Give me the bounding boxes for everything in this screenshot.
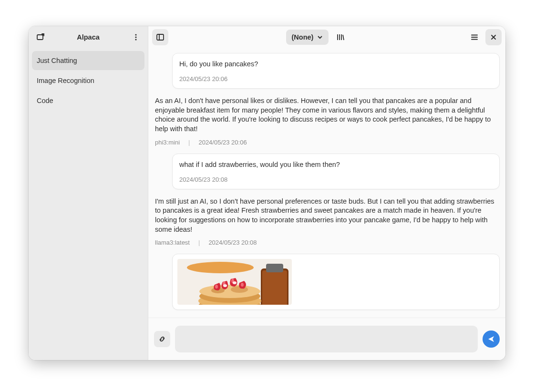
model-selector[interactable]: (None) <box>286 30 329 45</box>
svg-point-1 <box>135 34 136 35</box>
main-header: (None) <box>148 26 505 48</box>
svg-point-32 <box>241 283 244 287</box>
new-chat-icon <box>36 33 45 41</box>
svg-rect-0 <box>37 35 43 40</box>
user-message: Hi, do you like pancakes? 2024/05/23 20:… <box>172 53 500 89</box>
message-composer <box>148 318 505 360</box>
message-model: llama3:latest <box>155 239 190 246</box>
sidebar-item-label: Code <box>37 97 53 104</box>
user-message: what if I add strawberries, would you li… <box>172 154 500 189</box>
meta-separator: | <box>198 239 200 246</box>
send-icon <box>487 335 495 343</box>
svg-point-3 <box>135 39 136 40</box>
toggle-sidebar-button[interactable] <box>152 29 168 45</box>
model-selector-label: (None) <box>292 33 314 41</box>
chat-scroll-area[interactable]: Hi, do you like pancakes? 2024/05/23 20:… <box>148 48 505 318</box>
new-chat-button[interactable] <box>32 29 49 45</box>
library-button[interactable] <box>332 29 349 45</box>
svg-point-2 <box>135 36 136 38</box>
message-text: Hi, do you like pancakes? <box>179 59 493 69</box>
close-icon <box>490 34 497 41</box>
main-pane: (None) <box>148 26 505 360</box>
sidebar-item-code[interactable]: Code <box>32 91 144 110</box>
attached-image <box>177 259 292 305</box>
message-timestamp: 2024/05/23 20:06 <box>198 139 247 146</box>
message-timestamp: 2024/05/23 20:08 <box>179 176 493 183</box>
svg-point-35 <box>233 281 237 284</box>
message-meta: phi3:mini | 2024/05/23 20:06 <box>155 139 499 146</box>
hamburger-icon <box>470 33 479 41</box>
sidebar-menu-button[interactable] <box>128 29 144 45</box>
svg-point-33 <box>215 285 218 289</box>
hamburger-menu-button[interactable] <box>466 29 483 45</box>
user-image-message <box>172 254 500 310</box>
send-button[interactable] <box>483 330 500 348</box>
message-text: what if I add strawberries, would you li… <box>179 160 493 169</box>
message-timestamp: 2024/05/23 20:06 <box>179 75 493 83</box>
link-icon <box>158 335 166 343</box>
app-title: Alpaca <box>51 33 125 41</box>
panel-left-icon <box>156 33 165 41</box>
sidebar: Alpaca Just Chatting Image Recognition C… <box>29 26 148 360</box>
app-window: Alpaca Just Chatting Image Recognition C… <box>29 26 505 360</box>
svg-rect-19 <box>262 270 287 305</box>
chevron-down-icon <box>317 34 323 40</box>
ai-message: As an AI, I don't have personal likes or… <box>154 96 500 145</box>
attach-button[interactable] <box>154 331 170 347</box>
message-timestamp: 2024/05/23 20:08 <box>208 239 257 246</box>
message-text: As an AI, I don't have personal likes or… <box>155 96 499 134</box>
svg-point-34 <box>223 284 227 287</box>
close-window-button[interactable] <box>485 29 502 45</box>
message-model: phi3:mini <box>155 139 180 146</box>
conversation-list: Just Chatting Image Recognition Code <box>29 48 148 113</box>
library-icon <box>336 33 345 41</box>
kebab-icon <box>132 33 140 41</box>
svg-line-9 <box>343 35 344 40</box>
sidebar-item-label: Just Chatting <box>37 57 77 64</box>
sidebar-item-just-chatting[interactable]: Just Chatting <box>32 51 144 70</box>
svg-point-21 <box>187 262 254 273</box>
message-input[interactable] <box>175 326 478 352</box>
sidebar-item-image-recognition[interactable]: Image Recognition <box>32 71 144 90</box>
meta-separator: | <box>188 139 190 146</box>
sidebar-item-label: Image Recognition <box>37 77 94 84</box>
svg-rect-20 <box>266 264 283 272</box>
message-text: I'm still just an AI, so I don't have pe… <box>155 197 499 234</box>
svg-rect-4 <box>157 34 164 40</box>
sidebar-header: Alpaca <box>29 26 148 48</box>
svg-point-27 <box>199 285 260 298</box>
ai-message: I'm still just an AI, so I don't have pe… <box>154 197 500 246</box>
message-meta: llama3:latest | 2024/05/23 20:08 <box>155 239 499 246</box>
